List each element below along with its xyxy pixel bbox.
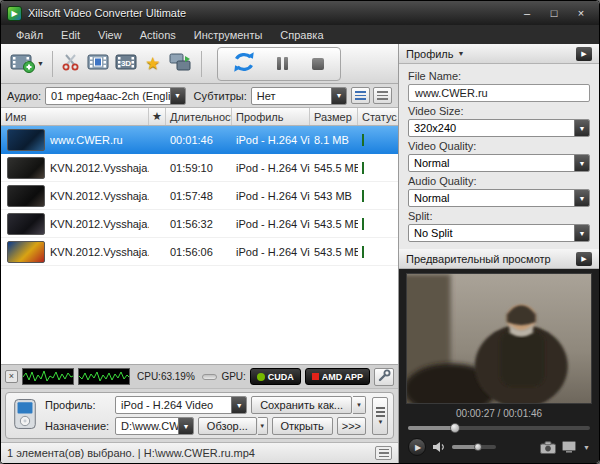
title-bar: ▶ Xilisoft Video Converter Ultimate – □ … [1, 1, 599, 25]
crop-button[interactable] [84, 48, 112, 80]
column-name[interactable]: Имя [1, 108, 149, 125]
preview-player: 00:00:27 / 00:01:46 ▶ [399, 269, 599, 463]
table-row[interactable]: KVN.2012.Vysshaja.liga.Vtoraja.igra... 0… [1, 238, 398, 266]
seek-slider[interactable] [406, 421, 592, 434]
more-button[interactable]: >>> [337, 417, 366, 435]
browse-button[interactable]: Обзор... [198, 417, 257, 435]
duration-cell: 01:56:06 [166, 246, 232, 258]
amd-app-badge[interactable]: AMD APP [305, 368, 370, 385]
pause-button[interactable] [270, 48, 296, 80]
video-size-label: Video Size: [408, 105, 590, 117]
log-panel-button[interactable] [375, 446, 392, 460]
file-name: KVN.2012.Vysshaja.liga.Tretija.igra.(... [50, 218, 149, 230]
combo-arrow-icon[interactable]: ▼ [331, 88, 346, 104]
menu-file[interactable]: Файл [7, 27, 52, 43]
menu-actions[interactable]: Actions [131, 27, 185, 43]
combo-arrow-icon[interactable]: ▼ [574, 225, 589, 241]
combo-arrow-icon[interactable]: ▼ [178, 418, 193, 434]
expand-panel-button[interactable]: ▶ [576, 47, 592, 61]
cpu-usage-meter [202, 374, 218, 380]
audio-quality-select[interactable]: Normal ▼ [408, 189, 590, 207]
combo-arrow-icon[interactable]: ▼ [574, 155, 589, 171]
subtitle-label: Субтитры: [194, 90, 247, 102]
file-name: KVN.2012.Vysshaja.liga.Chetvertaja... [50, 190, 149, 202]
combo-arrow-icon[interactable]: ▼ [170, 88, 185, 104]
save-as-button[interactable]: Сохранить как... [251, 396, 352, 414]
detach-preview-button[interactable]: ▶ [576, 252, 592, 266]
fullscreen-button[interactable] [562, 441, 576, 453]
menu-edit[interactable]: Edit [52, 27, 89, 43]
table-row[interactable]: KVN.2012.Vysshaja.Liga.1.4.Finala.I... 0… [1, 154, 398, 182]
menu-help[interactable]: Справка [271, 27, 332, 43]
status-ready-icon [362, 190, 364, 202]
3d-button[interactable]: 3D [112, 48, 140, 80]
queue-panel-button[interactable]: ▼ [372, 397, 388, 435]
open-button[interactable]: Открыть [272, 417, 333, 435]
queue-dropdown-icon: ▼ [378, 419, 384, 425]
merge-button[interactable] [166, 48, 196, 80]
browse-dropdown-button[interactable]: ▼ [258, 417, 268, 435]
table-row[interactable]: KVN.2012.Vysshaja.liga.Tretija.igra.(...… [1, 210, 398, 238]
add-file-dropdown-icon[interactable]: ▼ [37, 60, 44, 67]
list-view-button[interactable] [351, 87, 370, 104]
video-size-select[interactable]: 320x240 ▼ [408, 119, 590, 137]
file-table: www.CWER.ru 00:01:46 iPod - H.264 Video … [1, 126, 398, 364]
duration-cell: 01:59:10 [166, 162, 232, 174]
profile-select[interactable]: iPod - H.264 Video ▼ [115, 396, 247, 414]
split-select[interactable]: No Split ▼ [408, 224, 590, 242]
menu-tools[interactable]: Инструменты [185, 27, 272, 43]
combo-arrow-icon[interactable]: ▼ [574, 190, 589, 206]
settings-wrench-button[interactable] [374, 368, 394, 386]
preview-section-header[interactable]: Предварительный просмотр ▶ [399, 249, 599, 269]
video-quality-label: Video Quality: [408, 140, 590, 152]
subtitle-select[interactable]: Нет ▼ [251, 87, 347, 105]
close-button[interactable]: × [569, 5, 593, 21]
status-ready-icon [362, 218, 364, 230]
cpu-usage-label: CPU:63.19% [137, 371, 195, 382]
size-cell: 8.1 MB [310, 134, 358, 146]
detail-view-button[interactable] [373, 87, 392, 104]
video-quality-value: Normal [409, 157, 574, 169]
effects-button[interactable]: ★ [140, 48, 166, 80]
output-section: Профиль: iPod - H.264 Video ▼ Сохранить … [1, 388, 398, 442]
convert-button[interactable] [227, 48, 261, 80]
profile-label: Профиль: [45, 399, 111, 411]
maximize-button[interactable]: □ [542, 5, 566, 21]
save-as-dropdown-button[interactable]: ▼ [353, 396, 366, 414]
column-status[interactable]: Статус [358, 108, 398, 125]
combo-arrow-icon[interactable]: ▼ [231, 397, 246, 413]
profile-section-header[interactable]: Профиль ▼ ▶ [399, 44, 599, 64]
waveform-close-button[interactable]: × [5, 370, 18, 383]
split-value: No Split [409, 227, 574, 239]
seek-thumb[interactable] [450, 423, 460, 433]
audio-track-select[interactable]: 01 mpeg4aac-2ch (English) ▼ [45, 87, 185, 105]
menu-view[interactable]: View [89, 27, 131, 43]
fullscreen-dropdown-icon[interactable]: ▼ [583, 444, 590, 451]
toolbar-separator [52, 51, 53, 77]
column-profile[interactable]: Профиль [232, 108, 310, 125]
clip-button[interactable] [58, 48, 84, 80]
table-row[interactable]: www.CWER.ru 00:01:46 iPod - H.264 Video … [1, 126, 398, 154]
column-duration[interactable]: Длительность [166, 108, 232, 125]
video-frame[interactable] [406, 273, 592, 404]
app-logo-icon: ▶ [7, 6, 22, 21]
destination-select[interactable]: D:\www.CWER.ru ▼ [115, 417, 194, 435]
cuda-badge[interactable]: CUDA [250, 368, 301, 385]
column-size[interactable]: Размер [310, 108, 358, 125]
stop-button[interactable] [305, 48, 331, 80]
table-row[interactable]: KVN.2012.Vysshaja.liga.Chetvertaja... 01… [1, 182, 398, 210]
play-button[interactable]: ▶ [408, 438, 426, 456]
snapshot-button[interactable] [540, 441, 556, 454]
video-quality-select[interactable]: Normal ▼ [408, 154, 590, 172]
minimize-button[interactable]: – [515, 5, 539, 21]
volume-icon[interactable] [432, 441, 446, 453]
file-name-input[interactable]: www.CWER.ru [408, 84, 590, 102]
volume-slider[interactable] [452, 445, 496, 449]
combo-arrow-icon[interactable]: ▼ [574, 120, 589, 136]
column-star[interactable]: ★ [149, 108, 166, 125]
volume-thumb[interactable] [474, 443, 482, 451]
convert-arrows-icon [230, 49, 258, 79]
svg-text:3D: 3D [121, 58, 131, 67]
add-file-button[interactable]: ▼ [7, 48, 47, 80]
video-size-value: 320x240 [409, 122, 574, 134]
